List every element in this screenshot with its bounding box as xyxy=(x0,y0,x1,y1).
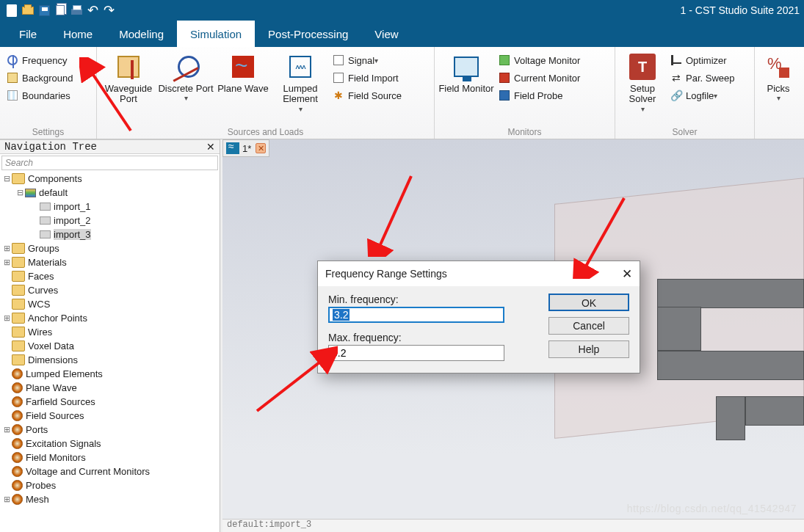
dialog-close-icon[interactable]: ✕ xyxy=(622,266,632,282)
ribbon-boundaries[interactable]: Boundaries xyxy=(3,87,76,104)
qat-undo-icon[interactable]: ↶ xyxy=(85,3,100,18)
group-monitors-label: Monitors xyxy=(438,125,612,137)
ribbon: Frequency Background Boundaries Settings… xyxy=(0,47,804,139)
menu-bar: File Home Modeling Simulation Post-Proce… xyxy=(0,21,804,47)
tree-wcs[interactable]: WCS xyxy=(28,299,50,310)
nav-header: Navigation Tree ✕ xyxy=(0,139,220,154)
qat-new-icon[interactable] xyxy=(4,3,19,18)
signal-icon xyxy=(332,54,345,67)
ribbon-optimizer[interactable]: Optimizer xyxy=(667,51,738,69)
menu-tab-view[interactable]: View xyxy=(361,21,411,47)
tree-materials[interactable]: Materials xyxy=(28,257,67,268)
tree-excitation[interactable]: Excitation Signals xyxy=(26,438,101,449)
menu-tab-simulation[interactable]: Simulation xyxy=(177,21,255,47)
group-settings-label: Settings xyxy=(3,125,93,137)
max-freq-label: Max. frequency: xyxy=(328,332,538,343)
model-trace xyxy=(657,279,804,308)
menu-tab-post[interactable]: Post-Processing xyxy=(255,21,361,47)
qat-save-icon[interactable] xyxy=(37,3,51,18)
nav-tree[interactable]: ⊟Components ⊟default import_1 import_2 i… xyxy=(1,172,220,532)
tree-import2[interactable]: import_2 xyxy=(54,215,91,226)
ribbon-field-monitor[interactable]: Field Monitor xyxy=(438,50,495,94)
menu-tab-modeling[interactable]: Modeling xyxy=(106,21,177,47)
document-tab[interactable]: 1* ✕ xyxy=(222,139,269,157)
min-freq-input[interactable] xyxy=(328,307,504,323)
tree-voxel[interactable]: Voxel Data xyxy=(28,340,74,351)
model-trace xyxy=(745,396,804,426)
tree-anchor[interactable]: Anchor Points xyxy=(28,313,87,324)
discrete-port-icon xyxy=(170,51,201,82)
tree-farfield[interactable]: Farfield Sources xyxy=(26,396,95,407)
ribbon-waveguide-port[interactable]: Waveguide Port xyxy=(100,50,157,105)
qat-print-icon[interactable] xyxy=(69,3,84,18)
qat-copy-icon[interactable] xyxy=(53,3,68,18)
dialog-title: Frequency Range Settings xyxy=(325,268,447,280)
ribbon-field-import[interactable]: Field Import xyxy=(329,69,405,87)
ribbon-voltage-monitor[interactable]: Voltage Monitor xyxy=(495,51,583,69)
ribbon-setup-solver[interactable]: T Setup Solver xyxy=(618,50,667,113)
model-trace xyxy=(716,396,745,440)
status-bar: default:import_3 xyxy=(222,519,804,532)
frequency-range-dialog: Frequency Range Settings ✕ Min. frequenc… xyxy=(317,260,640,374)
tree-import1[interactable]: import_1 xyxy=(54,201,91,212)
menu-tab-file[interactable]: File xyxy=(6,21,50,47)
picks-icon xyxy=(763,51,794,82)
model-trace xyxy=(657,351,804,380)
document-close-icon[interactable]: ✕ xyxy=(256,143,266,153)
par-sweep-icon xyxy=(670,71,683,84)
tree-mesh[interactable]: Mesh xyxy=(26,494,49,505)
navigation-tree-panel: Navigation Tree ✕ Search ⊟Components ⊟de… xyxy=(0,139,220,532)
cancel-button[interactable]: Cancel xyxy=(548,317,629,335)
document-tab-label: 1* xyxy=(242,143,251,154)
tree-vcimon[interactable]: Voltage and Current Monitors xyxy=(26,466,150,477)
ribbon-lumped-element[interactable]: ΛΛΛ Lumped Element xyxy=(272,50,329,113)
ribbon-field-probe[interactable]: Field Probe xyxy=(495,87,583,104)
tree-faces[interactable]: Faces xyxy=(28,271,54,282)
optimizer-icon xyxy=(670,54,683,67)
tree-planewave[interactable]: Plane Wave xyxy=(26,382,77,393)
field-monitor-icon xyxy=(451,51,482,82)
window-title: 1 - CST Studio Suite 2021 xyxy=(681,4,800,16)
tree-lumped[interactable]: Lumped Elements xyxy=(26,368,103,379)
boundaries-icon xyxy=(6,89,19,102)
ribbon-field-source[interactable]: ✱ Field Source xyxy=(329,87,405,104)
ribbon-logfile[interactable]: 🔗 Logfile xyxy=(667,87,738,104)
ribbon-signal[interactable]: Signal xyxy=(329,51,405,69)
tree-components[interactable]: Components xyxy=(28,173,82,184)
tree-curves[interactable]: Curves xyxy=(28,285,58,296)
tree-fieldsrc[interactable]: Field Sources xyxy=(26,410,84,421)
ribbon-plane-wave[interactable]: Plane Wave xyxy=(214,50,272,94)
tree-probes[interactable]: Probes xyxy=(26,480,56,491)
help-button[interactable]: Help xyxy=(548,340,629,358)
field-probe-icon xyxy=(498,89,511,102)
tree-groups[interactable]: Groups xyxy=(28,243,59,254)
nav-search-input[interactable]: Search xyxy=(1,156,218,170)
max-freq-input[interactable] xyxy=(328,345,504,361)
globe-icon xyxy=(6,54,19,67)
menu-tab-home[interactable]: Home xyxy=(50,21,106,47)
tree-default[interactable]: default xyxy=(39,187,68,198)
qat-redo-icon[interactable]: ↷ xyxy=(101,3,116,18)
tree-wires[interactable]: Wires xyxy=(28,327,52,338)
tree-ports[interactable]: Ports xyxy=(26,424,48,435)
current-monitor-icon xyxy=(498,71,511,84)
qat-open-icon[interactable] xyxy=(21,3,35,18)
nav-close-icon[interactable]: ✕ xyxy=(206,141,215,153)
ribbon-background[interactable]: Background xyxy=(3,69,76,87)
voltage-monitor-icon xyxy=(498,54,511,67)
tree-import3[interactable]: import_3 xyxy=(54,229,91,240)
setup-solver-icon: T xyxy=(627,51,658,82)
ribbon-picks[interactable]: Picks xyxy=(758,50,799,102)
wave-icon xyxy=(226,142,239,154)
ribbon-background-label: Background xyxy=(22,73,73,84)
tree-dimensions[interactable]: Dimensions xyxy=(28,354,78,365)
ribbon-current-monitor[interactable]: Current Monitor xyxy=(495,69,583,87)
ok-button[interactable]: OK xyxy=(548,294,629,311)
tree-fieldmon[interactable]: Field Monitors xyxy=(26,452,86,463)
ribbon-frequency[interactable]: Frequency xyxy=(3,51,76,69)
ribbon-par-sweep[interactable]: Par. Sweep xyxy=(667,69,738,87)
plane-wave-icon xyxy=(228,51,258,82)
ribbon-discrete-port[interactable]: Discrete Port xyxy=(157,50,214,102)
ribbon-frequency-label: Frequency xyxy=(22,55,67,66)
dialog-title-bar[interactable]: Frequency Range Settings ✕ xyxy=(318,261,640,286)
